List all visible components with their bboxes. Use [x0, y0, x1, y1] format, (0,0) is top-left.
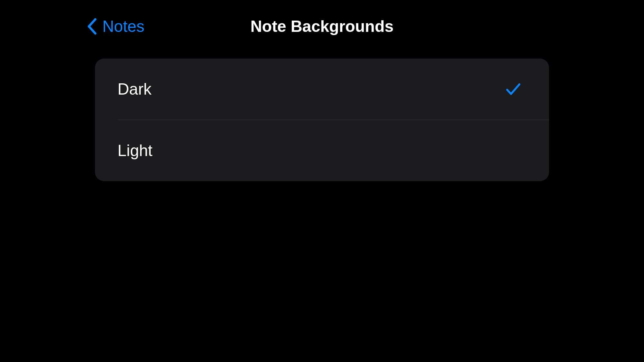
back-label: Notes [102, 17, 145, 36]
settings-screen: Notes Note Backgrounds Dark Light [0, 0, 644, 181]
option-light[interactable]: Light [95, 120, 549, 181]
options-list: Dark Light [95, 59, 549, 181]
checkmark-icon [505, 81, 521, 97]
back-button[interactable]: Notes [87, 17, 145, 36]
option-label: Light [118, 141, 152, 160]
chevron-left-icon [87, 18, 97, 35]
option-label: Dark [118, 80, 152, 98]
page-title: Note Backgrounds [251, 17, 394, 36]
option-dark[interactable]: Dark [95, 59, 549, 120]
nav-bar: Notes Note Backgrounds [0, 14, 644, 39]
content-area: Dark Light [0, 39, 644, 181]
